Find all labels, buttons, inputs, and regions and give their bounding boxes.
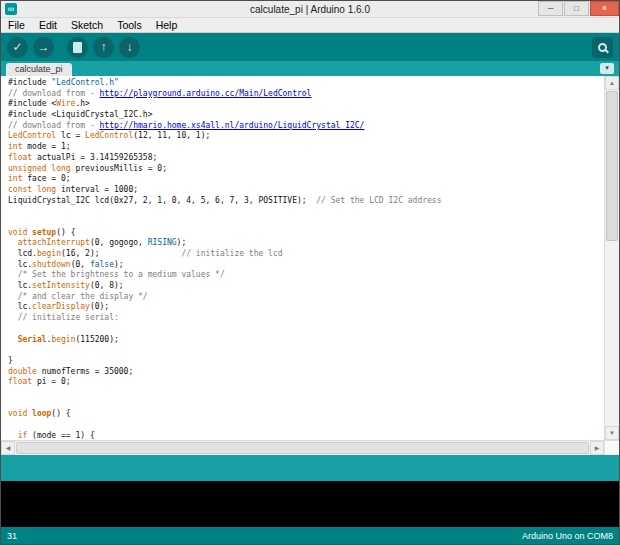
code-line: lcd.begin(16, 2); // initialize the lcd (8, 249, 604, 260)
horizontal-scroll-thumb[interactable] (16, 442, 589, 454)
code-line: void setup() { (8, 228, 604, 239)
close-icon: × (602, 3, 607, 13)
menu-edit[interactable]: Edit (32, 19, 64, 31)
code-line: attachInterrupt(0, gogogo, RISING); (8, 238, 604, 249)
arrow-up-icon: ↑ (101, 41, 107, 53)
maximize-button[interactable]: □ (564, 1, 589, 16)
close-button[interactable]: × (590, 1, 619, 16)
arduino-ide-window: ∞ calculate_pi | Arduino 1.6.0 ─ □ × Fil… (0, 0, 620, 545)
open-button[interactable]: ↑ (93, 37, 114, 58)
code-line: LiquidCrystal_I2C lcd(0x27, 2, 1, 0, 4, … (8, 196, 604, 207)
vertical-scrollbar[interactable]: ▲ ▼ (604, 76, 619, 440)
code-line: double numofTerms = 35000; (8, 367, 604, 378)
code-line: if (mode == 1) { (8, 431, 604, 440)
code-line: } (8, 356, 604, 367)
code-line: int mode = 1; (8, 142, 604, 153)
code-line: /* Set the brightness to a medium values… (8, 270, 604, 281)
editor-area: #include "LedControl.h"// download from … (1, 76, 619, 440)
scroll-down-arrow-icon[interactable]: ▼ (605, 426, 619, 440)
scrollbar-corner (604, 441, 619, 455)
tab-bar: calculate_pi ▼ (1, 61, 619, 76)
code-area[interactable]: #include "LedControl.h"// download from … (1, 76, 604, 440)
scroll-left-arrow-icon[interactable]: ◀ (1, 441, 15, 455)
code-line: unsigned long previousMillis = 0; (8, 164, 604, 175)
toolbar: ✓ → ↑ ↓ (1, 33, 619, 61)
code-line: #include "LedControl.h" (8, 78, 604, 89)
magnifier-icon (598, 43, 607, 52)
check-icon: ✓ (12, 41, 22, 53)
menu-help[interactable]: Help (149, 19, 185, 31)
line-number-indicator: 31 (7, 531, 17, 541)
console-output (1, 481, 619, 527)
code-line (8, 345, 604, 356)
upload-button[interactable]: → (33, 37, 54, 58)
code-line: int face = 0; (8, 174, 604, 185)
arduino-logo-icon: ∞ (5, 3, 17, 15)
minimize-button[interactable]: ─ (538, 1, 563, 16)
vertical-scroll-track[interactable] (605, 242, 619, 426)
window-controls: ─ □ × (537, 1, 619, 16)
code-line: float pi = 0; (8, 377, 604, 388)
tab-calculate-pi[interactable]: calculate_pi (6, 63, 72, 76)
code-line: lc.setIntensity(0, 8); (8, 281, 604, 292)
maximize-icon: □ (574, 4, 579, 13)
code-line: const long interval = 1000; (8, 185, 604, 196)
code-line: // download from - http://hmario.home.xs… (8, 121, 604, 132)
scroll-up-arrow-icon[interactable]: ▲ (605, 76, 619, 90)
code-line (8, 206, 604, 217)
title-bar[interactable]: ∞ calculate_pi | Arduino 1.6.0 ─ □ × (1, 1, 619, 18)
bottom-status-bar: 31 Arduino Uno on COM8 (1, 527, 619, 544)
code-line: float actualPi = 3.14159265358; (8, 153, 604, 164)
code-line (8, 420, 604, 431)
save-button[interactable]: ↓ (119, 37, 140, 58)
code-line (8, 217, 604, 228)
board-port-indicator: Arduino Uno on COM8 (522, 531, 613, 541)
status-message-area (1, 455, 619, 481)
vertical-scroll-thumb[interactable] (606, 91, 618, 241)
serial-monitor-button[interactable] (592, 37, 613, 58)
code-line (8, 324, 604, 335)
arrow-right-icon: → (38, 41, 50, 53)
menu-tools[interactable]: Tools (110, 19, 149, 31)
code-line: #include <LiquidCrystal_I2C.h> (8, 110, 604, 121)
verify-button[interactable]: ✓ (7, 37, 28, 58)
menu-bar: File Edit Sketch Tools Help (1, 18, 619, 33)
code-line: lc.clearDisplay(0); (8, 302, 604, 313)
code-line: // initialize serial: (8, 313, 604, 324)
menu-sketch[interactable]: Sketch (64, 19, 110, 31)
code-line (8, 399, 604, 410)
arrow-down-icon: ↓ (127, 41, 133, 53)
chevron-down-icon: ▼ (604, 65, 610, 71)
minimize-icon: ─ (548, 4, 554, 13)
code-line (8, 388, 604, 399)
tab-menu-button[interactable]: ▼ (600, 63, 614, 74)
scroll-right-arrow-icon[interactable]: ▶ (590, 441, 604, 455)
code-line: LedControl lc = LedControl(12, 11, 10, 1… (8, 131, 604, 142)
code-line: /* and clear the display */ (8, 292, 604, 303)
code-line: // download from - http://playground.ard… (8, 89, 604, 100)
new-sketch-button[interactable] (67, 37, 88, 58)
code-line: lc.shutdown(0, false); (8, 260, 604, 271)
code-line: Serial.begin(115200); (8, 335, 604, 346)
window-title: calculate_pi | Arduino 1.6.0 (1, 4, 619, 15)
document-icon (73, 42, 82, 53)
code-line: #include <Wire.h> (8, 99, 604, 110)
menu-file[interactable]: File (1, 19, 32, 31)
horizontal-scrollbar[interactable]: ◀ ▶ (1, 440, 619, 455)
code-line: void loop() { (8, 409, 604, 420)
